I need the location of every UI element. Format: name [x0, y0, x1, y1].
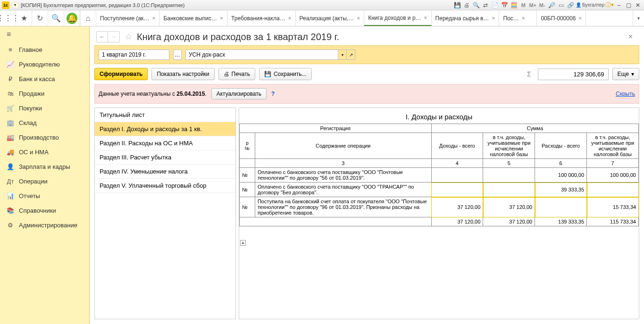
sidebar-item[interactable]: 🏢Склад: [0, 116, 89, 130]
section-item[interactable]: Раздел IV. Уменьшение налога: [95, 165, 235, 179]
sidebar-item[interactable]: ⚙Администрирование: [0, 218, 89, 233]
sidebar-icon: ≡: [7, 46, 14, 53]
calc-icon[interactable]: 🧮: [510, 1, 518, 9]
close-icon[interactable]: ×: [522, 15, 525, 22]
close-icon[interactable]: ×: [357, 15, 360, 22]
apps-icon[interactable]: ⋮⋮⋮: [0, 10, 16, 26]
close-icon[interactable]: ×: [424, 15, 427, 21]
section-list: Титульный листРаздел I. Доходы и расходы…: [94, 108, 236, 319]
close-tab-button[interactable]: ×: [628, 33, 637, 41]
doc-icon[interactable]: 📄: [491, 1, 499, 9]
more-button[interactable]: Еще ▾: [612, 68, 639, 80]
sidebar-icon: Дт: [7, 178, 14, 185]
notifications-button[interactable]: 🔔: [64, 10, 80, 26]
cell-no: №: [240, 197, 255, 217]
tab[interactable]: Реализация (акты,…×: [296, 10, 365, 26]
close-icon[interactable]: ×: [492, 15, 495, 22]
calendar-icon[interactable]: 📅: [500, 1, 509, 9]
totals-row: 37 120,00 37 120,00 139 333,35 115 733,3…: [240, 217, 639, 226]
table-row[interactable]: №Поступила на банковский счет оплата от …: [240, 197, 639, 217]
sidebar-label: Руководителю: [19, 61, 60, 68]
home-icon[interactable]: ⌂: [80, 10, 96, 26]
zoom-icon[interactable]: 🔎: [547, 1, 556, 9]
close-icon[interactable]: ×: [220, 15, 223, 22]
open-external-icon[interactable]: ↗: [347, 50, 355, 60]
tab-label: 00БП-000006: [541, 15, 576, 22]
print-icon[interactable]: 🖨: [462, 1, 471, 9]
preview-icon[interactable]: 🔍: [472, 1, 480, 9]
bell-icon: 🔔: [67, 13, 77, 24]
search-icon[interactable]: 🔍: [48, 10, 64, 26]
tab-overflow-button[interactable]: ▾: [633, 10, 644, 26]
section-item[interactable]: Раздел III. Расчет убытка: [95, 150, 235, 165]
sidebar-item[interactable]: ≡Главное: [0, 42, 89, 57]
tab[interactable]: Поступление (ак…×: [96, 10, 159, 26]
report-area[interactable]: + I. Доходы и расходы Регистрация Сумма …: [239, 108, 639, 319]
link-icon[interactable]: 🔗: [566, 1, 575, 9]
section-item[interactable]: Раздел V. Уплаченный торговый сбор: [95, 179, 235, 193]
sidebar-item[interactable]: 🏭Производство: [0, 130, 89, 145]
section-item[interactable]: Раздел II. Расходы на ОС и НМА: [95, 136, 235, 150]
table-row[interactable]: №Оплачено с банковского счета поставщику…: [240, 183, 639, 197]
close-icon[interactable]: ×: [152, 15, 155, 22]
cell-inc_tax: 37 120,00: [483, 197, 535, 217]
hide-warning-link[interactable]: Скрыть: [616, 91, 635, 97]
print-button[interactable]: 🖨Печать: [218, 68, 255, 80]
save-button[interactable]: 💾Сохранить...: [259, 68, 312, 80]
favorite-star-icon[interactable]: ☆: [125, 32, 132, 42]
tab[interactable]: Требования-накла…×: [227, 10, 296, 26]
tab-bar: ⋮⋮⋮ ★ ↻ 🔍 🔔 ⌂ Поступление (ак…×Банковски…: [0, 10, 644, 26]
tab[interactable]: Книга доходов и р…×: [364, 10, 431, 26]
favorite-icon[interactable]: ★: [16, 10, 32, 26]
sidebar-item[interactable]: 📈Руководителю: [0, 57, 89, 72]
total-income: 37 120,00: [431, 217, 483, 226]
form-button[interactable]: Сформировать: [94, 68, 148, 80]
sidebar-item[interactable]: 📚Справочники: [0, 203, 89, 218]
sidebar-item[interactable]: 👤Зарплата и кадры: [0, 159, 89, 174]
close-icon[interactable]: ×: [288, 15, 292, 22]
sidebar-toggle[interactable]: ≡: [0, 26, 89, 42]
save-icon[interactable]: 💾: [453, 1, 461, 9]
nav-forward-button[interactable]: →: [108, 32, 119, 42]
table-row[interactable]: №Оплачено с банковского счета поставщику…: [240, 168, 639, 183]
memory-mplus[interactable]: M+: [528, 1, 537, 9]
current-user[interactable]: 👤 Бухгалтер: [576, 2, 604, 8]
sidebar-item[interactable]: ДтОперации: [0, 174, 89, 189]
tab[interactable]: Пос…×: [499, 10, 537, 26]
close-icon[interactable]: ×: [578, 15, 582, 22]
sidebar-item[interactable]: 🚚ОС и НМА: [0, 145, 89, 159]
sidebar-item[interactable]: ₽Банк и касса: [0, 72, 89, 86]
chevron-down-icon[interactable]: ▾: [338, 50, 347, 60]
sidebar-item[interactable]: 🛒Покупки: [0, 101, 89, 116]
tab[interactable]: Банковские выпис…×: [159, 10, 227, 26]
actualize-button[interactable]: Актуализировать: [211, 88, 267, 100]
th-desc: Содержание операции: [255, 133, 431, 159]
app-menu-dropdown[interactable]: ▾: [11, 1, 19, 9]
help-icon[interactable]: ?: [271, 91, 275, 97]
history-icon[interactable]: ↻: [32, 10, 48, 26]
mode-select[interactable]: УСН дох-расх ▾ ↗: [185, 50, 355, 60]
cell-exp_tax: 100 000,00: [587, 168, 639, 183]
memory-mminus[interactable]: M-: [538, 1, 546, 9]
maximize-button[interactable]: ▢: [624, 1, 633, 9]
nav-back-button[interactable]: ←: [97, 32, 108, 42]
tab[interactable]: 00БП-000006×: [537, 10, 586, 26]
close-window-button[interactable]: ✕: [634, 1, 642, 9]
memory-m[interactable]: M: [519, 1, 527, 9]
show-settings-button[interactable]: Показать настройки: [151, 68, 214, 80]
sidebar-icon: ₽: [7, 75, 14, 83]
info-icon[interactable]: ⓘ▾: [605, 1, 614, 9]
expand-handle-icon[interactable]: +: [240, 240, 246, 246]
tab-label: Банковские выпис…: [163, 15, 217, 22]
period-picker-button[interactable]: …: [173, 50, 182, 60]
section-item[interactable]: Раздел I. Доходы и расходы за 1 кв.: [95, 122, 235, 136]
section-item[interactable]: Титульный лист: [95, 108, 235, 122]
sidebar-item[interactable]: 📊Отчеты: [0, 189, 89, 203]
panel-icon[interactable]: ▭: [557, 1, 565, 9]
minimize-button[interactable]: –: [615, 1, 623, 9]
sidebar-item[interactable]: 🛍Продажи: [0, 86, 89, 101]
sidebar-label: Главное: [19, 46, 42, 53]
period-input[interactable]: [99, 50, 169, 60]
compare-icon[interactable]: ⇄: [481, 1, 490, 9]
tab[interactable]: Передача сырья в…×: [432, 10, 500, 26]
